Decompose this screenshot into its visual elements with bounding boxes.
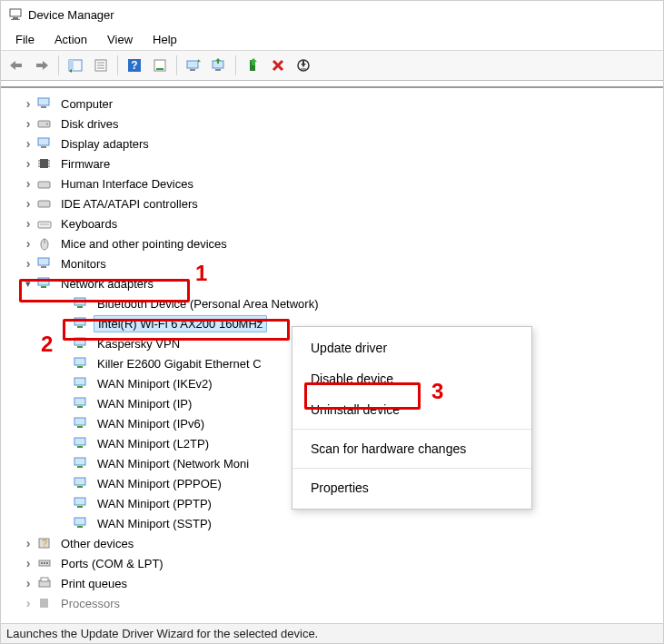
expand-icon[interactable] [21, 136, 35, 151]
svg-rect-52 [74, 378, 85, 385]
svg-rect-0 [10, 9, 21, 16]
tree-item-bluetooth-device[interactable]: Bluetooth Device (Personal Area Network) [1, 293, 663, 313]
svg-rect-51 [77, 366, 83, 368]
svg-rect-63 [77, 486, 83, 488]
tree-item-label: WAN Miniport (IPv6) [94, 416, 208, 431]
app-icon [8, 7, 23, 22]
network-adapter-icon [72, 475, 90, 491]
svg-rect-44 [74, 298, 85, 305]
tree-item-display-adapters[interactable]: Display adapters [1, 134, 663, 154]
svg-rect-53 [77, 386, 83, 388]
svg-text:?: ? [131, 59, 137, 72]
tree-item-label: Other devices [57, 536, 137, 551]
expand-icon[interactable] [21, 96, 35, 111]
tree-item-network-adapters[interactable]: Network adapters [1, 273, 663, 293]
svg-rect-65 [77, 506, 83, 508]
svg-rect-2 [11, 19, 20, 20]
expand-icon[interactable] [21, 116, 35, 131]
context-menu: Update driver Disable device Uninstall d… [292, 326, 532, 510]
svg-rect-3 [15, 64, 22, 67]
svg-rect-35 [38, 201, 50, 207]
tree-item-label: Display adapters [57, 136, 153, 152]
context-disable-device[interactable]: Disable device [292, 363, 531, 394]
toolbar-separator [58, 55, 59, 75]
tree-item-label: Bluetooth Device (Personal Area Network) [94, 296, 322, 312]
menu-file[interactable]: File [6, 31, 45, 48]
tree-item-monitors[interactable]: Monitors [1, 253, 663, 273]
menu-view[interactable]: View [98, 31, 144, 48]
tree-item-computer[interactable]: Computer [1, 94, 663, 114]
expand-icon[interactable] [21, 236, 35, 251]
tree-item-other-devices[interactable]: ? Other devices [1, 533, 663, 553]
context-update-driver[interactable]: Update driver [292, 332, 531, 363]
expand-icon[interactable] [21, 536, 35, 550]
expand-icon[interactable] [21, 156, 35, 171]
help-button[interactable]: ? [123, 54, 146, 77]
scan-hardware-button[interactable] [182, 54, 205, 77]
tree-item-firmware[interactable]: Firmware [1, 154, 663, 173]
tree-item-label: WAN Miniport (IP) [94, 396, 195, 411]
svg-rect-34 [38, 182, 50, 188]
cpu-icon [35, 595, 54, 611]
show-hide-console-tree-button[interactable] [64, 54, 87, 77]
svg-rect-21 [38, 98, 49, 105]
network-icon [35, 275, 54, 292]
svg-rect-48 [74, 338, 85, 345]
expand-icon[interactable] [21, 556, 35, 570]
tree-item-label: Mice and other pointing devices [57, 236, 231, 252]
tree-item-ports[interactable]: Ports (COM & LPT) [1, 553, 663, 573]
other-devices-icon: ? [35, 535, 54, 551]
expand-icon[interactable] [21, 576, 35, 590]
svg-rect-66 [74, 518, 85, 525]
expand-icon[interactable] [21, 596, 35, 610]
expand-icon[interactable] [21, 216, 35, 231]
tree-item-wan-sstp[interactable]: WAN Miniport (SSTP) [1, 513, 663, 533]
properties-button[interactable] [89, 54, 113, 77]
tree-item-label: WAN Miniport (PPTP) [94, 496, 215, 511]
tree-item-processors[interactable]: Processors [1, 593, 663, 613]
tree-item-hid[interactable]: Human Interface Devices [1, 173, 663, 193]
context-scan-hardware[interactable]: Scan for hardware changes [292, 433, 531, 464]
svg-rect-18 [215, 69, 221, 71]
network-adapter-icon [72, 495, 90, 511]
action-panel-button[interactable] [148, 54, 172, 77]
tree-item-label: Kaspersky VPN [94, 336, 183, 352]
svg-rect-46 [74, 318, 85, 325]
tree-item-ide[interactable]: IDE ATA/ATAPI controllers [1, 193, 663, 213]
svg-rect-58 [74, 438, 85, 445]
forward-button[interactable] [30, 54, 54, 77]
menu-help[interactable]: Help [144, 31, 188, 48]
tree-item-label: Keyboards [57, 216, 121, 232]
tree-item-keyboards[interactable]: Keyboards [1, 213, 663, 233]
context-uninstall-device[interactable]: Uninstall device [292, 394, 531, 425]
uninstall-device-button[interactable] [266, 54, 290, 77]
svg-rect-6 [69, 60, 74, 71]
svg-rect-40 [38, 258, 49, 265]
collapse-icon[interactable] [21, 278, 35, 290]
svg-rect-62 [74, 478, 85, 485]
chip-icon [35, 155, 54, 172]
toolbar-separator [176, 55, 177, 75]
tree-item-label: IDE ATA/ATAPI controllers [57, 196, 202, 212]
back-button[interactable] [5, 54, 28, 77]
svg-rect-15 [187, 61, 198, 68]
network-adapter-icon [72, 435, 90, 451]
tree-item-mice[interactable]: Mice and other pointing devices [1, 233, 663, 253]
context-properties[interactable]: Properties [292, 472, 531, 503]
computer-icon [35, 95, 54, 112]
svg-rect-50 [74, 358, 85, 365]
menu-action[interactable]: Action [45, 31, 98, 48]
svg-rect-47 [77, 326, 83, 328]
tree-item-label: Monitors [57, 256, 110, 272]
network-adapter-icon [72, 515, 90, 531]
tree-item-print-queues[interactable]: Print queues [1, 573, 663, 593]
tree-item-label: WAN Miniport (IKEv2) [94, 376, 216, 391]
enable-device-button[interactable] [241, 54, 264, 77]
network-adapter-icon [72, 355, 90, 372]
tree-item-disk-drives[interactable]: Disk drives [1, 114, 663, 134]
expand-icon[interactable] [21, 176, 35, 191]
disable-device-button[interactable] [292, 54, 315, 77]
expand-icon[interactable] [21, 196, 35, 211]
expand-icon[interactable] [21, 256, 35, 271]
update-driver-button[interactable] [207, 54, 231, 77]
